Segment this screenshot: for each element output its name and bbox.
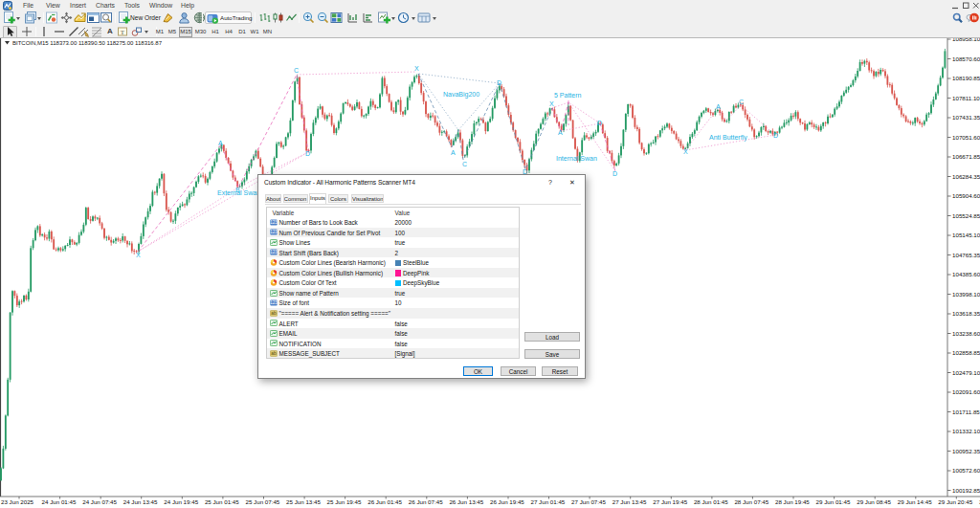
svg-text:100952.35: 100952.35: [952, 448, 980, 454]
svg-text:C: C: [294, 67, 299, 74]
svg-text:103998.10: 103998.10: [952, 291, 980, 298]
svg-text:25 Jun 19:45: 25 Jun 19:45: [327, 498, 362, 505]
svg-text:107431.35: 107431.35: [952, 114, 980, 121]
svg-text:X: X: [683, 148, 688, 155]
svg-text:24 Jun 07:45: 24 Jun 07:45: [82, 498, 117, 505]
svg-text:27 Jun 07:45: 27 Jun 07:45: [571, 498, 606, 505]
svg-text:102858.85: 102858.85: [952, 349, 980, 356]
svg-text:108570.60: 108570.60: [952, 55, 980, 62]
svg-text:5 Pattern: 5 Pattern: [554, 92, 582, 99]
svg-text:103238.60: 103238.60: [952, 330, 980, 337]
svg-text:25 Jun 07:45: 25 Jun 07:45: [246, 498, 280, 505]
svg-text:27 Jun 19:45: 27 Jun 19:45: [653, 498, 687, 505]
svg-text:ab: ab: [271, 311, 277, 316]
svg-text:123: 123: [270, 251, 278, 255]
svg-text:X: X: [549, 100, 554, 107]
svg-text:101711.85: 101711.85: [952, 409, 980, 415]
svg-text:106284.35: 106284.35: [952, 173, 980, 180]
svg-text:T: T: [121, 29, 125, 36]
svg-text:104765.35: 104765.35: [952, 252, 980, 258]
svg-text:26 Jun 19:45: 26 Jun 19:45: [490, 498, 524, 505]
svg-text:123: 123: [270, 220, 278, 225]
svg-text:103618.35: 103618.35: [952, 310, 980, 317]
svg-text:25 Jun 13:45: 25 Jun 13:45: [286, 498, 321, 505]
svg-text:24 Jun 19:45: 24 Jun 19:45: [164, 498, 198, 505]
svg-text:27 Jun 13:45: 27 Jun 13:45: [612, 498, 647, 505]
svg-text:A: A: [716, 103, 721, 110]
svg-text:105145.10: 105145.10: [952, 232, 980, 238]
svg-text:C: C: [739, 99, 744, 105]
svg-text:25 Jun 01:45: 25 Jun 01:45: [205, 498, 239, 505]
svg-text:X: X: [136, 252, 141, 258]
svg-text:A: A: [218, 140, 223, 146]
svg-text:D: D: [773, 132, 778, 139]
svg-text:External Swan: External Swan: [217, 189, 260, 196]
svg-text:D: D: [305, 150, 310, 157]
svg-text:Anti Butterfly: Anti Butterfly: [709, 134, 747, 142]
svg-text:106671.85: 106671.85: [952, 153, 980, 160]
svg-text:105524.85: 105524.85: [952, 212, 980, 219]
svg-text:D: D: [497, 79, 501, 86]
svg-text:BITCOIN,M15 118373.00 118390.: BITCOIN,M15 118373.00 118390.50 118275.0…: [12, 40, 163, 46]
svg-text:29 Jun 01:45: 29 Jun 01:45: [816, 498, 851, 505]
svg-text:ab: ab: [271, 351, 277, 356]
svg-text:26 Jun 01:45: 26 Jun 01:45: [368, 498, 402, 505]
svg-text:108190.85: 108190.85: [952, 75, 980, 81]
svg-text:24 Jun 13:45: 24 Jun 13:45: [123, 498, 158, 505]
svg-text:102091.60: 102091.60: [952, 388, 980, 395]
svg-text:NavaBig200: NavaBig200: [443, 91, 479, 99]
svg-text:A: A: [558, 129, 563, 136]
svg-text:107811.10: 107811.10: [952, 95, 980, 101]
svg-text:29 Jun 08:45: 29 Jun 08:45: [857, 498, 891, 505]
svg-text:26 Jun 13:45: 26 Jun 13:45: [449, 498, 483, 505]
svg-text:Internal Swan: Internal Swan: [556, 155, 597, 162]
svg-text:D: D: [612, 170, 617, 177]
svg-text:27 Jun 01:45: 27 Jun 01:45: [531, 498, 566, 505]
svg-text:29 Jun 14:45: 29 Jun 14:45: [898, 498, 932, 505]
svg-text:26 Jun 07:45: 26 Jun 07:45: [409, 498, 443, 505]
svg-text:104385.60: 104385.60: [952, 271, 980, 277]
svg-text:105904.60: 105904.60: [952, 192, 980, 199]
svg-text:102479.10: 102479.10: [952, 369, 980, 376]
svg-text:28 Jun 01:45: 28 Jun 01:45: [694, 498, 728, 505]
svg-text:123: 123: [270, 300, 278, 305]
svg-text:107051.60: 107051.60: [952, 134, 980, 141]
svg-text:29 Jun 20:45: 29 Jun 20:45: [938, 498, 972, 505]
svg-text:A: A: [451, 149, 456, 156]
svg-text:123: 123: [270, 231, 278, 235]
svg-text:108958.10: 108958.10: [952, 38, 980, 42]
svg-text:28 Jun 07:45: 28 Jun 07:45: [734, 498, 768, 505]
svg-text:100192.85: 100192.85: [952, 487, 980, 494]
svg-text:101332.10: 101332.10: [952, 428, 980, 434]
svg-text:23 Jun 2025: 23 Jun 2025: [1, 498, 34, 505]
svg-text:28 Jun 19:45: 28 Jun 19:45: [775, 498, 810, 505]
svg-text:24 Jun 01:45: 24 Jun 01:45: [42, 498, 77, 505]
svg-text:D: D: [597, 120, 602, 126]
svg-text:X: X: [414, 65, 419, 72]
svg-text:100572.60: 100572.60: [952, 467, 980, 474]
svg-text:C: C: [462, 161, 467, 167]
